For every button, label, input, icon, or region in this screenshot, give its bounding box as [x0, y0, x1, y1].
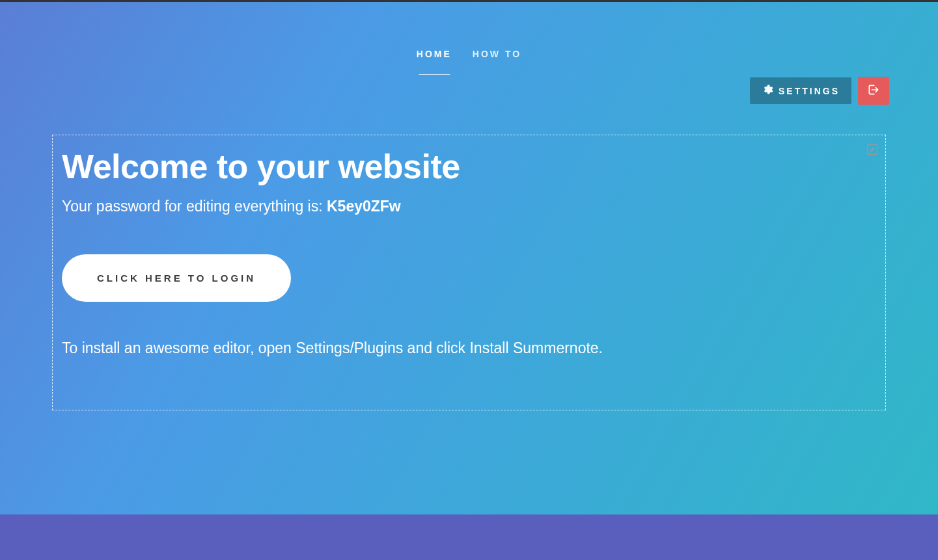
logout-button[interactable] — [858, 77, 889, 105]
top-nav: HOME HOW TO — [417, 49, 521, 75]
page-container: HOME HOW TO SETTINGS — [0, 0, 938, 560]
top-right-controls: SETTINGS — [750, 77, 889, 105]
password-value: K5ey0ZFw — [327, 198, 401, 215]
edit-content-button[interactable] — [864, 143, 880, 159]
logout-icon — [867, 83, 880, 98]
gear-icon — [762, 84, 773, 98]
welcome-title: Welcome to your website — [62, 147, 876, 186]
settings-button[interactable]: SETTINGS — [750, 77, 851, 104]
settings-button-label: SETTINGS — [779, 86, 840, 96]
nav-home[interactable]: HOME — [417, 49, 452, 75]
password-prefix: Your password for editing everything is: — [62, 198, 327, 215]
password-line: Your password for editing everything is:… — [62, 198, 876, 215]
login-button[interactable]: CLICK HERE TO LOGIN — [62, 254, 291, 302]
install-instructions: To install an awesome editor, open Setti… — [62, 340, 876, 357]
nav-how-to[interactable]: HOW TO — [473, 49, 521, 75]
footer-bar — [0, 514, 938, 560]
pencil-icon — [866, 143, 879, 159]
editable-content-region: Welcome to your website Your password fo… — [52, 135, 886, 410]
